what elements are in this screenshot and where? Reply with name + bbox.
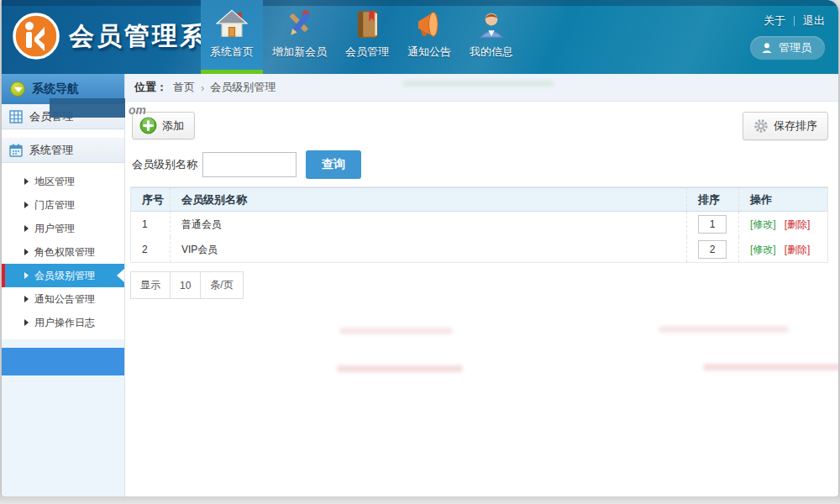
delete-link[interactable]: [删除] [785,218,811,232]
gear-icon [753,118,769,134]
search-label: 会员级别名称 [132,157,197,172]
breadcrumb: 位置： 首页 › 会员级别管理 [125,74,838,102]
announcement-icon [413,8,445,40]
sidebar-item-label: 地区管理 [34,175,75,189]
header: 会员管理系统 系统首页 增加新会员 [2,0,838,74]
window-bottom-edge [0,496,840,504]
member-level-name-input[interactable] [202,152,297,177]
col-header-name: 会员级别名称 [170,188,686,211]
watermark-smudge [659,326,789,333]
sidebar-item-announcement-mgmt[interactable]: 通知公告管理 [2,287,124,311]
col-header-actions: 操作 [738,188,827,211]
sidebar-item-role-permission-mgmt[interactable]: 角色权限管理 [2,240,124,264]
plus-icon [139,117,157,134]
member-book-icon [351,8,383,40]
user-name: 管理员 [779,40,811,55]
arrow-right-icon [24,272,29,279]
nav-tab-announcements[interactable]: 通知公告 [398,0,460,74]
pager-show-label: 显示 [131,272,170,298]
nav-toggle-icon[interactable] [10,81,25,97]
about-link[interactable]: 关于 [764,13,785,29]
nav-label: 增加新会员 [272,45,327,60]
breadcrumb-home-link[interactable]: 首页 [173,80,195,95]
user-badge[interactable]: 管理员 [750,36,825,60]
nav-tab-my-info[interactable]: 我的信息 [460,0,522,74]
sidebar-title: 系统导航 [32,81,79,97]
sidebar-item-label: 用户管理 [34,222,75,236]
edit-link[interactable]: [修改] [750,243,776,257]
nav-tab-home[interactable]: 系统首页 [201,0,263,74]
page-size-control: 显示 10 条/页 [130,271,244,299]
main-nav: 系统首页 增加新会员 会员管理 [201,0,522,74]
sidebar-item-member-level-mgmt[interactable]: 会员级别管理 [2,264,124,287]
app-window: 会员管理系统 系统首页 增加新会员 [2,0,838,496]
nav-label: 会员管理 [345,45,389,60]
table-row: 1 普通会员 [修改] [删除] [131,212,827,237]
breadcrumb-prefix: 位置： [134,80,167,95]
cell-no: 1 [131,212,170,237]
my-info-icon [475,8,507,40]
sidebar-group-label: 会员管理 [29,109,73,124]
toolbar: om 添加 保存排序 [130,112,828,140]
sidebar-item-user-mgmt[interactable]: 用户管理 [2,217,124,240]
sidebar-item-user-operation-log[interactable]: 用户操作日志 [2,311,124,334]
add-member-icon [284,8,316,40]
logout-link[interactable]: 退出 [803,13,825,29]
delete-link[interactable]: [删除] [785,243,811,257]
page-size-value[interactable]: 10 [170,272,201,298]
nav-tab-add-member[interactable]: 增加新会员 [263,0,336,74]
save-sort-label: 保存排序 [774,118,817,134]
cell-name: VIP会员 [170,237,686,262]
watermark-smudge [339,328,453,334]
arrow-right-icon [24,319,29,326]
sidebar: 系统导航 会员管理 [2,74,125,496]
sidebar-group-system[interactable]: 系统管理 [2,138,124,163]
sidebar-item-region-mgmt[interactable]: 地区管理 [2,170,124,193]
pager-unit-label: 条/页 [201,272,242,298]
logo-icon [12,12,60,60]
arrow-right-icon [24,178,29,185]
calendar-icon [9,144,23,157]
breadcrumb-separator: › [201,81,204,94]
sidebar-footer-band [2,348,124,375]
cell-no: 2 [131,237,170,262]
watermark-smudge [703,364,838,370]
sidebar-item-label: 通知公告管理 [34,292,95,307]
sidebar-item-label: 用户操作日志 [34,316,95,330]
sort-order-input[interactable] [698,215,727,234]
nav-label: 我的信息 [470,45,513,60]
sidebar-spacer [2,339,124,348]
arrow-right-icon [24,296,29,302]
nav-label: 通知公告 [407,45,451,60]
edit-link[interactable]: [修改] [750,218,776,232]
sidebar-item-store-mgmt[interactable]: 门店管理 [2,193,124,217]
sidebar-group-label: 系统管理 [29,143,73,158]
arrow-right-icon [24,249,29,255]
user-icon [761,42,773,54]
query-button[interactable]: 查询 [306,150,361,179]
search-bar: 会员级别名称 查询 [132,150,838,179]
watermark-smudge [337,365,463,372]
home-icon [216,8,248,40]
cell-name: 普通会员 [170,212,686,237]
arrow-right-icon [24,225,29,232]
sidebar-menu: 会员管理 系统管理 地区管理 [2,104,124,339]
sidebar-item-label: 门店管理 [34,198,75,213]
link-divider [794,16,795,26]
member-grid-icon [9,110,23,123]
sidebar-group-members[interactable]: 会员管理 [2,104,124,129]
sidebar-item-label: 角色权限管理 [34,245,95,260]
table-row: 2 VIP会员 [修改] [删除] [131,237,827,262]
add-button-label: 添加 [162,118,184,134]
breadcrumb-current: 会员级别管理 [210,80,276,95]
col-header-no: 序号 [131,188,170,211]
col-header-sort: 排序 [686,188,738,211]
nav-label: 系统首页 [210,45,254,60]
sidebar-header: 系统导航 [2,74,124,104]
save-sort-button[interactable]: 保存排序 [743,112,828,140]
sort-order-input[interactable] [698,240,727,259]
member-level-table: 序号 会员级别名称 排序 操作 1 普通会员 [修改] [删除] [130,186,828,263]
nav-tab-member-mgmt[interactable]: 会员管理 [336,0,398,74]
sidebar-item-label: 会员级别管理 [34,269,95,283]
content-area: 位置： 首页 › 会员级别管理 om 添加 [125,74,838,496]
